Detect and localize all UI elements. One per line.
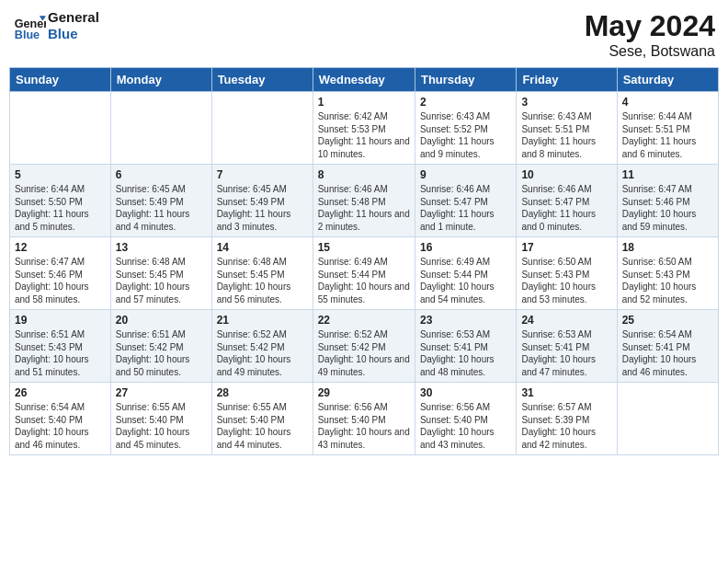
day-info: Sunrise: 6:47 AM Sunset: 5:46 PM Dayligh… bbox=[15, 256, 106, 305]
logo-icon: General Blue bbox=[13, 9, 46, 42]
day-number: 30 bbox=[420, 386, 511, 399]
day-info: Sunrise: 6:54 AM Sunset: 5:40 PM Dayligh… bbox=[15, 401, 106, 451]
day-number: 20 bbox=[116, 314, 207, 327]
day-info: Sunrise: 6:55 AM Sunset: 5:40 PM Dayligh… bbox=[116, 401, 207, 451]
day-cell: 24Sunrise: 6:53 AM Sunset: 5:41 PM Dayli… bbox=[517, 310, 617, 383]
day-cell: 3Sunrise: 6:43 AM Sunset: 5:51 PM Daylig… bbox=[517, 92, 617, 165]
day-number: 15 bbox=[318, 241, 410, 254]
day-number: 16 bbox=[420, 241, 511, 254]
day-cell: 27Sunrise: 6:55 AM Sunset: 5:40 PM Dayli… bbox=[110, 383, 211, 455]
day-info: Sunrise: 6:44 AM Sunset: 5:51 PM Dayligh… bbox=[622, 110, 713, 160]
day-cell: 2Sunrise: 6:43 AM Sunset: 5:52 PM Daylig… bbox=[415, 92, 516, 165]
day-info: Sunrise: 6:47 AM Sunset: 5:46 PM Dayligh… bbox=[622, 183, 713, 233]
week-row-4: 26Sunrise: 6:54 AM Sunset: 5:40 PM Dayli… bbox=[10, 383, 719, 455]
day-cell: 1Sunrise: 6:42 AM Sunset: 5:53 PM Daylig… bbox=[313, 92, 415, 165]
day-cell: 22Sunrise: 6:52 AM Sunset: 5:42 PM Dayli… bbox=[313, 310, 415, 383]
day-cell: 10Sunrise: 6:46 AM Sunset: 5:47 PM Dayli… bbox=[517, 165, 617, 237]
header-row: Sunday Monday Tuesday Wednesday Thursday… bbox=[10, 68, 719, 92]
day-cell: 21Sunrise: 6:52 AM Sunset: 5:42 PM Dayli… bbox=[211, 310, 313, 383]
logo: General Blue General Blue bbox=[13, 9, 99, 42]
col-saturday: Saturday bbox=[617, 68, 718, 92]
day-info: Sunrise: 6:45 AM Sunset: 5:49 PM Dayligh… bbox=[217, 183, 308, 233]
day-number: 14 bbox=[217, 241, 308, 254]
day-number: 10 bbox=[521, 168, 611, 181]
day-number: 25 bbox=[622, 314, 713, 327]
day-number: 7 bbox=[217, 168, 308, 181]
day-cell: 19Sunrise: 6:51 AM Sunset: 5:43 PM Dayli… bbox=[10, 310, 111, 383]
col-wednesday: Wednesday bbox=[313, 68, 415, 92]
day-number: 22 bbox=[318, 314, 410, 327]
day-info: Sunrise: 6:53 AM Sunset: 5:41 PM Dayligh… bbox=[420, 328, 511, 378]
day-cell: 7Sunrise: 6:45 AM Sunset: 5:49 PM Daylig… bbox=[211, 165, 313, 237]
day-info: Sunrise: 6:50 AM Sunset: 5:43 PM Dayligh… bbox=[521, 256, 611, 305]
day-info: Sunrise: 6:49 AM Sunset: 5:44 PM Dayligh… bbox=[420, 256, 511, 305]
day-cell: 8Sunrise: 6:46 AM Sunset: 5:48 PM Daylig… bbox=[313, 165, 415, 237]
day-number: 21 bbox=[217, 314, 308, 327]
title-block: May 2024 Sese, Botswana bbox=[585, 9, 715, 60]
col-sunday: Sunday bbox=[10, 68, 111, 92]
day-cell bbox=[211, 92, 313, 165]
day-info: Sunrise: 6:44 AM Sunset: 5:50 PM Dayligh… bbox=[15, 183, 106, 233]
day-info: Sunrise: 6:50 AM Sunset: 5:43 PM Dayligh… bbox=[622, 256, 713, 305]
day-info: Sunrise: 6:56 AM Sunset: 5:40 PM Dayligh… bbox=[420, 401, 511, 451]
day-cell: 23Sunrise: 6:53 AM Sunset: 5:41 PM Dayli… bbox=[415, 310, 516, 383]
calendar: Sunday Monday Tuesday Wednesday Thursday… bbox=[9, 67, 719, 455]
day-info: Sunrise: 6:48 AM Sunset: 5:45 PM Dayligh… bbox=[116, 256, 207, 305]
day-number: 4 bbox=[622, 96, 713, 109]
day-number: 28 bbox=[217, 386, 308, 399]
svg-text:Blue: Blue bbox=[15, 29, 40, 41]
day-cell: 11Sunrise: 6:47 AM Sunset: 5:46 PM Dayli… bbox=[617, 165, 718, 237]
day-cell: 28Sunrise: 6:55 AM Sunset: 5:40 PM Dayli… bbox=[211, 383, 313, 455]
day-cell: 30Sunrise: 6:56 AM Sunset: 5:40 PM Dayli… bbox=[415, 383, 516, 455]
col-monday: Monday bbox=[110, 68, 211, 92]
day-cell: 31Sunrise: 6:57 AM Sunset: 5:39 PM Dayli… bbox=[517, 383, 617, 455]
day-number: 6 bbox=[116, 168, 207, 181]
day-info: Sunrise: 6:51 AM Sunset: 5:43 PM Dayligh… bbox=[15, 328, 106, 378]
page: General Blue General Blue May 2024 Sese,… bbox=[0, 0, 728, 563]
header: General Blue General Blue May 2024 Sese,… bbox=[9, 9, 719, 60]
day-number: 26 bbox=[15, 386, 106, 399]
day-number: 13 bbox=[116, 241, 207, 254]
day-number: 17 bbox=[521, 241, 611, 254]
calendar-body: 1Sunrise: 6:42 AM Sunset: 5:53 PM Daylig… bbox=[10, 92, 719, 455]
day-info: Sunrise: 6:46 AM Sunset: 5:48 PM Dayligh… bbox=[318, 183, 410, 233]
day-cell: 4Sunrise: 6:44 AM Sunset: 5:51 PM Daylig… bbox=[617, 92, 718, 165]
col-thursday: Thursday bbox=[415, 68, 516, 92]
day-number: 8 bbox=[318, 168, 410, 181]
day-number: 19 bbox=[15, 314, 106, 327]
day-info: Sunrise: 6:55 AM Sunset: 5:40 PM Dayligh… bbox=[217, 401, 308, 451]
day-cell: 18Sunrise: 6:50 AM Sunset: 5:43 PM Dayli… bbox=[617, 237, 718, 310]
day-info: Sunrise: 6:42 AM Sunset: 5:53 PM Dayligh… bbox=[318, 110, 410, 160]
day-cell: 14Sunrise: 6:48 AM Sunset: 5:45 PM Dayli… bbox=[211, 237, 313, 310]
day-cell: 26Sunrise: 6:54 AM Sunset: 5:40 PM Dayli… bbox=[10, 383, 111, 455]
day-number: 24 bbox=[521, 314, 611, 327]
day-cell: 13Sunrise: 6:48 AM Sunset: 5:45 PM Dayli… bbox=[110, 237, 211, 310]
day-number: 1 bbox=[318, 96, 410, 109]
day-info: Sunrise: 6:49 AM Sunset: 5:44 PM Dayligh… bbox=[318, 256, 410, 305]
day-number: 5 bbox=[15, 168, 106, 181]
day-number: 2 bbox=[420, 96, 511, 109]
day-cell: 29Sunrise: 6:56 AM Sunset: 5:40 PM Dayli… bbox=[313, 383, 415, 455]
logo-general: General bbox=[48, 9, 99, 26]
day-cell: 6Sunrise: 6:45 AM Sunset: 5:49 PM Daylig… bbox=[110, 165, 211, 237]
page-title: May 2024 bbox=[585, 9, 715, 43]
day-info: Sunrise: 6:56 AM Sunset: 5:40 PM Dayligh… bbox=[318, 401, 410, 451]
col-tuesday: Tuesday bbox=[211, 68, 313, 92]
day-info: Sunrise: 6:46 AM Sunset: 5:47 PM Dayligh… bbox=[420, 183, 511, 233]
day-cell: 9Sunrise: 6:46 AM Sunset: 5:47 PM Daylig… bbox=[415, 165, 516, 237]
day-cell: 25Sunrise: 6:54 AM Sunset: 5:41 PM Dayli… bbox=[617, 310, 718, 383]
day-cell bbox=[617, 383, 718, 455]
week-row-0: 1Sunrise: 6:42 AM Sunset: 5:53 PM Daylig… bbox=[10, 92, 719, 165]
day-number: 9 bbox=[420, 168, 511, 181]
day-number: 12 bbox=[15, 241, 106, 254]
page-subtitle: Sese, Botswana bbox=[585, 43, 715, 60]
day-info: Sunrise: 6:43 AM Sunset: 5:51 PM Dayligh… bbox=[521, 110, 611, 160]
week-row-3: 19Sunrise: 6:51 AM Sunset: 5:43 PM Dayli… bbox=[10, 310, 719, 383]
day-info: Sunrise: 6:52 AM Sunset: 5:42 PM Dayligh… bbox=[217, 328, 308, 378]
day-cell: 15Sunrise: 6:49 AM Sunset: 5:44 PM Dayli… bbox=[313, 237, 415, 310]
day-cell: 17Sunrise: 6:50 AM Sunset: 5:43 PM Dayli… bbox=[517, 237, 617, 310]
day-cell bbox=[10, 92, 111, 165]
day-cell: 20Sunrise: 6:51 AM Sunset: 5:42 PM Dayli… bbox=[110, 310, 211, 383]
day-info: Sunrise: 6:51 AM Sunset: 5:42 PM Dayligh… bbox=[116, 328, 207, 378]
day-number: 27 bbox=[116, 386, 207, 399]
